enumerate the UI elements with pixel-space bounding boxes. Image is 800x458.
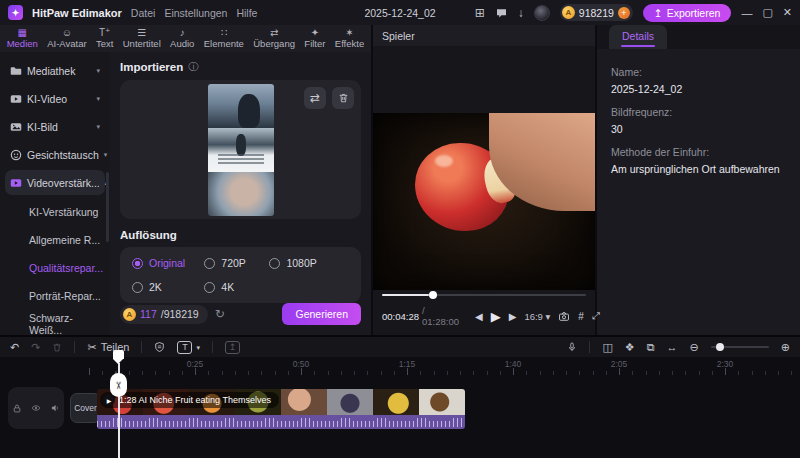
video-preview[interactable] [373, 113, 595, 290]
close-button[interactable]: ✕ [783, 6, 792, 19]
grid-overlay-icon[interactable]: # [578, 311, 584, 322]
redo-button[interactable]: ↷ [31, 342, 40, 353]
radio-720p[interactable]: 720P [204, 257, 269, 269]
coin-icon: A [562, 6, 575, 19]
record-voiceover-button[interactable] [567, 341, 577, 353]
sidebar-subitem-qualitaetsrepar[interactable]: Qualitätsrepar... [5, 254, 105, 282]
folder-icon [10, 65, 22, 77]
aspect-ratio-dropdown[interactable]: 16:9 ▾ [524, 311, 550, 322]
subtitle-tab-icon: ☰ [137, 27, 146, 38]
audio-tab-icon: ♪ [180, 27, 185, 38]
imported-video-thumbnail[interactable] [208, 84, 274, 216]
credits-total: /918219 [161, 308, 199, 320]
replace-media-button[interactable]: ⇄ [304, 87, 326, 109]
radio-original[interactable]: Original [132, 257, 204, 269]
generate-button[interactable]: Generieren [282, 303, 361, 325]
clip-frame [419, 389, 465, 415]
tab-uebergang[interactable]: ⇄Übergang [253, 27, 295, 49]
tab-ai-avatar[interactable]: ☺AI-Avatar [47, 27, 86, 49]
split-view-button[interactable]: ◫ [602, 342, 612, 353]
hide-track-icon[interactable] [30, 403, 42, 413]
sidebar-subitem-allgemeine-r[interactable]: Allgemeine R... [5, 226, 105, 254]
lock-track-icon[interactable] [12, 403, 22, 414]
link-clips-button[interactable]: ⧉ [647, 342, 655, 353]
sidebar-subitem-portraet-repar[interactable]: Porträt-Repar... [5, 282, 105, 310]
video-icon [10, 93, 22, 105]
thumbnail-frame-2 [208, 128, 274, 172]
layout-icon[interactable]: ⊞ [475, 7, 485, 19]
sidebar: Mediathek▾ KI-Video▾ KI-Bild▾ Gesichtsta… [0, 52, 110, 335]
export-button[interactable]: ↥ Exportieren [643, 4, 732, 22]
sidebar-item-videoverstaerkung[interactable]: Videoverstärk...▴ [5, 170, 105, 195]
playhead-split-handle[interactable]: ✂ [110, 373, 127, 397]
sidebar-item-gesichtstausch[interactable]: Gesichtstausch▾ [5, 142, 105, 167]
progress-knob[interactable] [429, 291, 437, 299]
sidebar-subitem-schwarz-weiss[interactable]: Schwarz-Weiß... [5, 310, 105, 335]
snapshot-camera-icon[interactable] [558, 311, 570, 322]
undo-button[interactable]: ↶ [10, 342, 19, 353]
upload-to-track-button[interactable]: ↥ [225, 341, 240, 354]
divider [212, 341, 213, 353]
tab-elemente[interactable]: ∷Elemente [204, 27, 244, 49]
divider [141, 341, 142, 353]
tab-audio[interactable]: ♪Audio [170, 27, 194, 49]
previous-frame-button[interactable]: ◀ [475, 311, 483, 322]
tab-details[interactable]: Details [609, 25, 667, 49]
sidebar-scrollbar[interactable] [106, 172, 109, 242]
next-frame-button[interactable]: ▶ [509, 311, 517, 322]
apple-highlight [435, 155, 453, 167]
refresh-icon[interactable]: ↻ [215, 307, 225, 321]
maximize-button[interactable]: ▢ [762, 6, 772, 19]
effects-tab-icon: ✶ [345, 27, 353, 38]
zoom-slider-knob[interactable] [716, 343, 724, 351]
download-icon[interactable]: ↓ [518, 7, 524, 19]
zoom-in-button[interactable]: ⊕ [781, 342, 790, 353]
player-title: Spieler [373, 25, 595, 46]
play-button[interactable]: ▶ [491, 309, 501, 324]
delete-media-button[interactable] [332, 87, 354, 109]
details-panel: Details Name: 2025-12-24_02 Bildfrequenz… [597, 25, 800, 335]
thumbnail-frame-1 [208, 84, 274, 128]
info-icon[interactable]: ⓘ [188, 60, 198, 74]
fullscreen-icon[interactable]: ⤢ [592, 310, 600, 322]
menu-hilfe[interactable]: Hilfe [236, 7, 257, 19]
feedback-bubble-icon[interactable] [495, 7, 508, 19]
video-clip[interactable]: ▶ 1:28 AI Niche Fruit eating Themselves [97, 389, 465, 429]
main-panel: Importieren ⓘ ⇄ Au [110, 52, 371, 335]
tab-untertitel[interactable]: ☰Untertitel [123, 27, 161, 49]
mute-track-icon[interactable] [50, 403, 60, 413]
user-avatar[interactable] [534, 5, 550, 21]
playback-progress-bar[interactable] [382, 294, 586, 296]
playhead-marker[interactable] [113, 350, 124, 359]
radio-2k[interactable]: 2K [132, 281, 204, 293]
subtitle-style-button[interactable] [154, 341, 165, 353]
avatar-tab-icon: ☺ [62, 27, 72, 38]
tab-medien[interactable]: ▦Medien [7, 27, 38, 49]
sidebar-item-ki-video[interactable]: KI-Video▾ [5, 86, 105, 111]
magnet-snap-button[interactable]: ❖ [625, 342, 635, 353]
tab-filter[interactable]: ✦Filter [304, 27, 325, 49]
project-title: 2025-12-24_02 [364, 7, 435, 19]
sidebar-item-mediathek[interactable]: Mediathek▾ [5, 58, 105, 83]
sidebar-subitem-ki-verstaerkung[interactable]: KI-Verstärkung [5, 198, 105, 226]
radio-1080p[interactable]: 1080P [269, 257, 349, 269]
text-tool-icon: T [177, 341, 192, 354]
delete-button[interactable] [52, 342, 62, 353]
timeline-zoom-slider[interactable] [711, 346, 769, 348]
zoom-out-button[interactable]: ⊖ [690, 342, 699, 353]
tab-effekte[interactable]: ✶Effekte [335, 27, 364, 49]
menu-einstellungen[interactable]: Einstellungen [164, 7, 227, 19]
field-name-value: 2025-12-24_02 [611, 83, 786, 95]
sidebar-item-ki-bild[interactable]: KI-Bild▾ [5, 114, 105, 139]
import-dropzone[interactable]: ⇄ [120, 80, 361, 219]
divider [589, 341, 590, 353]
minimize-button[interactable]: — [741, 7, 752, 19]
credits-badge[interactable]: A 918219 + [560, 4, 633, 21]
add-credits-icon[interactable]: + [618, 7, 630, 19]
swap-icon: ⇄ [310, 91, 320, 105]
text-tool-button[interactable]: T ▾ [177, 341, 200, 354]
menu-datei[interactable]: Datei [131, 7, 156, 19]
fit-timeline-button[interactable]: ↔ [667, 342, 678, 353]
tab-text[interactable]: T⁺Text [96, 27, 113, 49]
radio-4k[interactable]: 4K [204, 281, 269, 293]
